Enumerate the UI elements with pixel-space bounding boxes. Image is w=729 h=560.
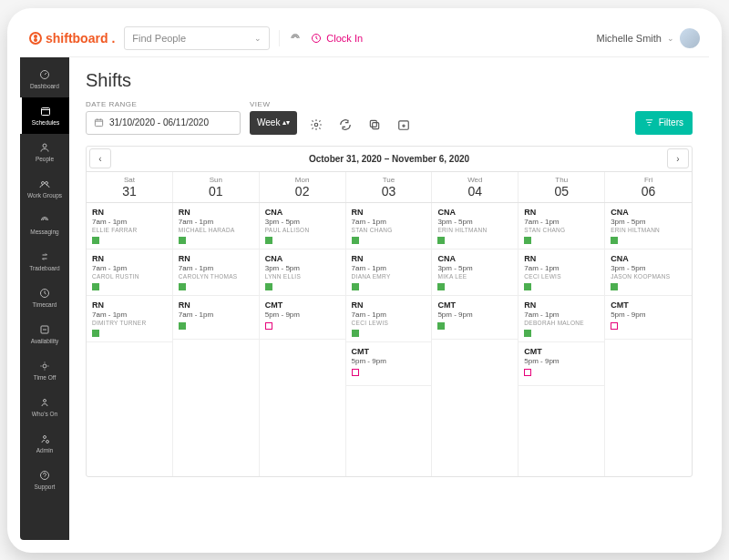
sidebar-item-people[interactable]: People [20, 134, 69, 170]
svg-point-9 [44, 399, 46, 402]
day-of-week: Tue [346, 176, 432, 184]
shift-status-indicator [524, 330, 531, 337]
shift-time: 5pm - 9pm [352, 357, 426, 365]
shift-person: CAROL RUSTIN [92, 273, 167, 280]
sun-icon [39, 361, 50, 372]
shift-role: CMT [437, 300, 512, 310]
gauge-icon [39, 69, 50, 80]
shift-card[interactable]: RN7am - 1pmCECI LEWIS [519, 249, 604, 296]
shift-card[interactable]: RN7am - 1pm [173, 296, 259, 340]
shift-card[interactable]: RN7am - 1pmSTAN CHANG [519, 203, 604, 249]
shift-card[interactable]: RN7am - 1pmELLIE FARRAR [87, 203, 172, 249]
shift-status-indicator [611, 322, 618, 330]
shift-status-indicator [92, 330, 99, 337]
sidebar-item-timecard[interactable]: Timecard [20, 280, 69, 316]
svg-point-10 [44, 435, 46, 438]
shift-status-indicator [524, 283, 531, 290]
view-select[interactable]: Week ▴▾ [250, 111, 297, 135]
shift-time: 7am - 1pm [92, 264, 167, 272]
shift-card[interactable]: RN7am - 1pmDIANA EMRY [346, 249, 432, 296]
filters-button[interactable]: Filters [635, 111, 693, 135]
shift-person: LYNN ELLIS [265, 273, 340, 280]
shift-card[interactable]: CNA3pm - 5pmERIN HILTMANN [605, 203, 692, 249]
shift-card[interactable]: CMT5pm - 9pm [260, 296, 345, 340]
broadcast-icon[interactable] [289, 32, 302, 45]
day-header: Mon02 [260, 172, 346, 202]
shift-card[interactable]: CNA3pm - 5pmERIN HILTMANN [432, 203, 518, 249]
shift-card[interactable]: CMT5pm - 9pm [519, 342, 604, 386]
shift-card[interactable]: CNA3pm - 5pmJASON KOOPMANS [605, 249, 692, 296]
sort-icon: ▴▾ [282, 119, 290, 127]
sidebar-item-timeoff[interactable]: Time Off [20, 352, 69, 389]
sidebar-item-support[interactable]: Support [20, 462, 69, 498]
shift-card[interactable]: RN7am - 1pmDIMITRY TURNER [87, 296, 172, 342]
shift-card[interactable]: RN7am - 1pmCAROLYN THOMAS [173, 249, 259, 296]
sidebar-item-admin[interactable]: Admin [20, 425, 69, 462]
shift-time: 7am - 1pm [352, 311, 426, 319]
prev-week-button[interactable]: ‹ [89, 148, 111, 168]
calendar-column: CNA3pm - 5pmERIN HILTMANNCNA3pm - 5pmMIK… [432, 203, 519, 476]
calendar-icon [94, 117, 104, 127]
shift-time: 3pm - 5pm [437, 218, 512, 226]
shift-card[interactable]: RN7am - 1pmDEBORAH MALONE [519, 296, 604, 342]
settings-button[interactable] [306, 115, 326, 135]
date-range-input[interactable]: 31/10/2020 - 06/11/2020 [86, 111, 241, 135]
shift-card[interactable]: CNA3pm - 5pmPAUL ALLISON [260, 203, 345, 249]
user-menu[interactable]: Michelle Smith ⌄ [596, 28, 700, 48]
brand-logo[interactable]: shiftboard. [29, 31, 115, 46]
shift-role: RN [179, 254, 253, 263]
sidebar-item-workgroups[interactable]: Work Groups [20, 170, 69, 207]
shift-time: 7am - 1pm [524, 311, 599, 319]
shift-role: CNA [437, 254, 512, 263]
view-label: VIEW [250, 100, 297, 108]
day-of-week: Wed [432, 176, 518, 184]
shift-card[interactable]: CMT5pm - 9pm [346, 342, 432, 386]
sidebar-item-label: Timecard [33, 301, 57, 308]
clock-in-button[interactable]: Clock In [311, 33, 363, 44]
shift-card[interactable]: RN7am - 1pmCAROL RUSTIN [87, 249, 172, 296]
svg-rect-16 [371, 120, 377, 127]
shift-card[interactable]: RN7am - 1pmMICHAEL HARADA [173, 203, 259, 249]
person-icon [39, 142, 50, 153]
day-number: 02 [260, 184, 345, 199]
find-people-select[interactable]: Find People ⌄ [124, 26, 270, 50]
sidebar-item-label: Tradeboard [29, 265, 59, 271]
shift-person: DIANA EMRY [352, 273, 426, 280]
day-of-week: Thu [519, 176, 604, 184]
day-number: 05 [519, 184, 604, 199]
day-number: 06 [605, 184, 692, 199]
copy-button[interactable] [364, 115, 385, 135]
day-of-week: Fri [605, 176, 692, 184]
calendar-column: CNA3pm - 5pmERIN HILTMANNCNA3pm - 5pmJAS… [605, 203, 692, 476]
add-shift-button[interactable] [394, 115, 414, 135]
sidebar-item-schedules[interactable]: Schedules [20, 97, 69, 134]
shift-card[interactable]: CMT5pm - 9pm [605, 296, 692, 340]
next-week-button[interactable]: › [667, 148, 689, 168]
sidebar-item-availability[interactable]: Availability [20, 316, 69, 352]
day-header: Thu05 [519, 172, 605, 202]
shift-role: RN [352, 300, 426, 310]
shift-card[interactable]: RN7am - 1pmSTAN CHANG [346, 203, 432, 249]
clock-icon [39, 288, 50, 299]
sidebar-item-messaging[interactable]: Messaging [20, 207, 69, 243]
shift-status-indicator [352, 283, 359, 290]
sidebar-item-dashboard[interactable]: Dashboard [20, 61, 69, 97]
date-range-label: DATE RANGE [86, 100, 241, 108]
shift-card[interactable]: CNA3pm - 5pmMIKA LEE [432, 249, 518, 296]
shift-card[interactable]: CMT5pm - 9pm [432, 296, 518, 340]
shift-time: 7am - 1pm [92, 218, 167, 226]
shift-card[interactable]: CNA3pm - 5pmLYNN ELLIS [260, 249, 345, 296]
sidebar-item-label: Dashboard [30, 83, 59, 89]
shift-role: CMT [352, 347, 426, 356]
sidebar-item-whoson[interactable]: Who's On [20, 389, 69, 425]
shift-card[interactable]: RN7am - 1pmCECI LEWIS [346, 296, 432, 342]
shift-role: CNA [265, 208, 340, 217]
shift-time: 3pm - 5pm [265, 218, 340, 226]
refresh-button[interactable] [335, 115, 355, 135]
sidebar-item-tradeboard[interactable]: Tradeboard [20, 243, 69, 280]
shift-time: 5pm - 9pm [611, 311, 686, 319]
shift-person: JASON KOOPMANS [611, 273, 686, 280]
svg-point-8 [43, 364, 46, 368]
shift-person: ELLIE FARRAR [92, 227, 167, 233]
shift-status-indicator [265, 322, 272, 330]
